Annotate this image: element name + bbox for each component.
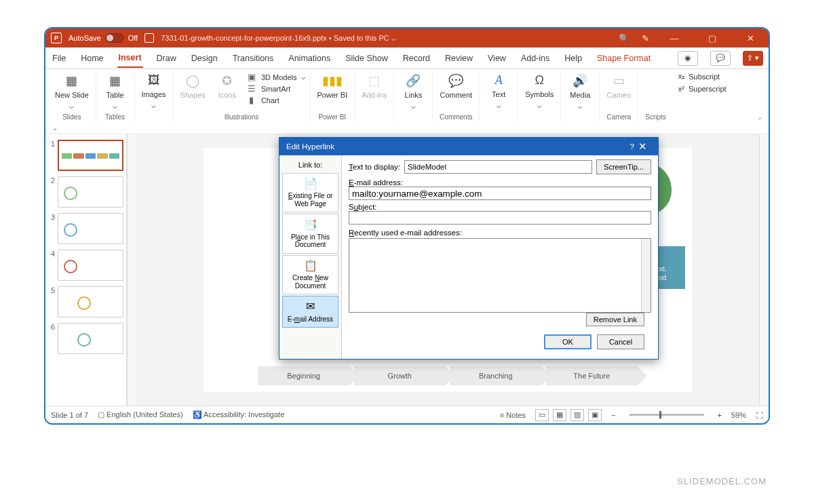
arrow-beginning[interactable]: Beginning <box>258 366 350 385</box>
3dmodels-button[interactable]: ▣3D Models ⌵ <box>246 72 306 82</box>
symbols-button[interactable]: ΩSymbols⌵ <box>522 72 556 111</box>
dialog-close-button[interactable]: ✕ <box>634 140 651 153</box>
view-slideshow[interactable]: ▣ <box>588 409 602 421</box>
arrow-growth[interactable]: Growth <box>354 366 446 385</box>
powerbi-button[interactable]: ▮▮▮Power BI <box>315 72 351 100</box>
view-normal[interactable]: ▭ <box>535 409 549 421</box>
arrow-branching[interactable]: Branching <box>450 366 542 385</box>
tab-draw[interactable]: Draw <box>155 50 178 67</box>
view-sorter[interactable]: ▦ <box>553 409 566 421</box>
linkto-label: Link to: <box>282 158 338 172</box>
cancel-button[interactable]: Cancel <box>597 334 644 349</box>
ribbon-collapse-bar[interactable]: ⌄ <box>45 122 769 134</box>
comments-pane-button[interactable]: 💬 <box>710 51 731 66</box>
language-indicator[interactable]: ▢ English (United States) <box>98 410 183 419</box>
group-text <box>498 112 500 122</box>
remove-link-button[interactable]: Remove Link <box>586 313 644 326</box>
dialog-title: Edit Hyperlink <box>286 142 334 151</box>
images-button[interactable]: 🖼Images⌵ <box>139 72 169 111</box>
links-button[interactable]: 🔗Links⌵ <box>398 72 428 112</box>
tab-addins[interactable]: Add-ins <box>520 50 551 67</box>
slide-thumbnails[interactable]: 1 2 3 4 5 6 <box>45 134 127 406</box>
tab-view[interactable]: View <box>486 50 507 67</box>
ribbon-collapse-icon[interactable]: ⌵ <box>758 113 762 121</box>
arrow-future[interactable]: The Future <box>546 366 638 385</box>
text-display-input[interactable] <box>404 160 592 174</box>
superscript-button[interactable]: x² Superscript <box>678 85 726 93</box>
tab-animations[interactable]: Animations <box>287 50 332 67</box>
canvas-scrollbar[interactable] <box>759 134 769 406</box>
share-button[interactable]: ⇪ ▾ <box>743 51 763 66</box>
table-button[interactable]: ▦Table⌵ <box>100 72 130 112</box>
notes-button[interactable]: ≡ Notes <box>500 411 526 419</box>
smartart-button[interactable]: ☰SmartArt <box>246 83 306 94</box>
group-scripts: Scripts <box>645 113 666 121</box>
group-illustrations: Illustrations <box>225 112 259 122</box>
pen-icon[interactable]: ✎ <box>642 33 649 43</box>
list-scrollbar[interactable] <box>641 239 651 312</box>
tab-review[interactable]: Review <box>444 50 474 67</box>
chart-button[interactable]: ▮Chart <box>246 95 306 105</box>
addins-button[interactable]: ⬚Add-ins <box>359 72 389 100</box>
thumb-2[interactable]: 2 <box>48 176 123 208</box>
group-symbols <box>539 112 541 122</box>
thumb-6[interactable]: 6 <box>48 323 123 354</box>
toggle-icon[interactable] <box>105 33 124 43</box>
tab-help[interactable]: Help <box>563 50 583 67</box>
cameo-button[interactable]: ▭Cameo <box>604 72 634 100</box>
subscript-button[interactable]: x₂ Subscript <box>678 72 726 81</box>
group-links <box>412 112 414 122</box>
thumb-1[interactable]: 1 <box>48 140 123 171</box>
tab-design[interactable]: Design <box>190 50 219 67</box>
accessibility-indicator[interactable]: ♿ Accessibility: Investigate <box>193 410 285 419</box>
screentip-button[interactable]: ScreenTip... <box>596 159 651 174</box>
tab-record[interactable]: Record <box>402 50 431 67</box>
group-tables: Tables <box>105 112 125 122</box>
ok-button[interactable]: OK <box>544 334 592 349</box>
main-area: 1 2 3 4 5 6 Track ample text. lesired te… <box>45 134 769 406</box>
tab-transitions[interactable]: Transitions <box>231 50 275 67</box>
zoom-in[interactable]: + <box>718 411 722 419</box>
tab-slideshow[interactable]: Slide Show <box>344 50 389 67</box>
tab-shape-format[interactable]: Shape Format <box>596 50 652 67</box>
search-icon[interactable]: 🔍 <box>619 33 629 43</box>
media-button[interactable]: 🔊Media⌵ <box>565 72 595 112</box>
recent-emails-list[interactable] <box>349 238 651 313</box>
icons-button[interactable]: ✪Icons <box>212 72 242 100</box>
tab-home[interactable]: Home <box>79 50 104 67</box>
record-indicator-button[interactable]: ◉ <box>678 51 698 66</box>
tab-file[interactable]: File <box>51 50 67 67</box>
thumb-scrollbar[interactable] <box>127 134 136 406</box>
autosave-label: AutoSave <box>69 34 101 42</box>
new-slide-button[interactable]: ▦New Slide⌵ <box>52 72 92 112</box>
linkto-create-new[interactable]: 📋Create New Document <box>282 255 338 294</box>
tab-insert[interactable]: Insert <box>117 49 143 68</box>
email-input[interactable] <box>349 187 651 200</box>
autosave-toggle[interactable]: AutoSave Off <box>69 33 138 43</box>
zoom-out[interactable]: − <box>611 411 615 419</box>
thumb-3[interactable]: 3 <box>48 213 123 244</box>
dialog-titlebar[interactable]: Edit Hyperlink ? ✕ <box>279 138 658 155</box>
filename: 7331-01-growth-concept-for-powerpoint-16… <box>161 34 396 43</box>
comment-button[interactable]: 💬Comment <box>437 72 475 100</box>
slide-canvas[interactable]: Track ample text. lesired text Beginning… <box>136 134 759 406</box>
close-button[interactable]: ✕ <box>737 28 763 47</box>
group-comments: Comments <box>440 112 472 122</box>
maximize-button[interactable]: ▢ <box>699 28 725 47</box>
fit-button[interactable]: ⛶ <box>756 411 763 419</box>
linkto-email[interactable]: ✉E-mail Address <box>282 296 338 328</box>
zoom-slider[interactable] <box>629 414 704 416</box>
zoom-value[interactable]: 59% <box>731 411 746 419</box>
linkto-place-in-doc[interactable]: 📑Place in This Document <box>282 214 338 253</box>
thumb-5[interactable]: 5 <box>48 286 123 317</box>
linkto-existing-file[interactable]: 📄Existing File or Web Page <box>282 173 338 212</box>
text-display-label: Text to display: <box>349 163 400 171</box>
group-addins <box>373 112 375 122</box>
subject-input[interactable] <box>349 211 651 225</box>
text-button[interactable]: AText⌵ <box>484 72 513 111</box>
view-reading[interactable]: ▥ <box>570 409 584 421</box>
shapes-button[interactable]: ◯Shapes <box>178 72 208 100</box>
minimize-button[interactable]: — <box>661 28 687 47</box>
thumb-4[interactable]: 4 <box>48 250 123 281</box>
save-icon[interactable] <box>144 33 154 43</box>
